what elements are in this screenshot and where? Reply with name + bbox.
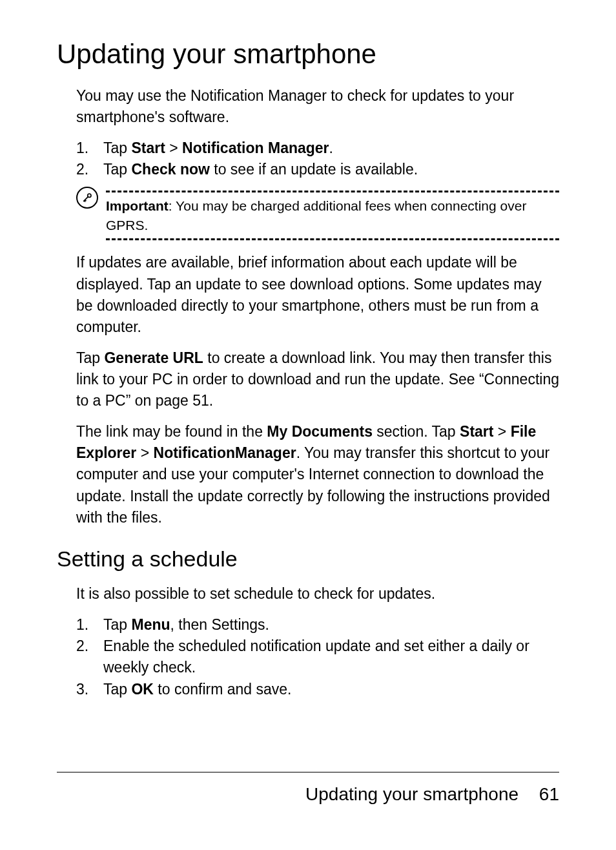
paragraph-5: It is also possible to set schedule to c…: [57, 583, 559, 605]
note-text: Important: You may be charged additional…: [106, 196, 559, 234]
steps-list-1: Tap Start > Notification Manager. Tap Ch…: [57, 138, 559, 181]
step-1-text-d: Notification Manager: [182, 140, 329, 156]
paragraph-2: If updates are available, brief informat…: [57, 252, 559, 338]
s2-3-a: Tap: [103, 681, 131, 698]
dashed-rule-top: [106, 191, 559, 192]
p4-g: >: [136, 444, 153, 461]
key-icon: [76, 187, 98, 209]
s2-3-c: to confirm and save.: [154, 681, 292, 698]
steps-list-2: Tap Menu, then Settings. Enable the sche…: [57, 614, 559, 700]
page-footer: Updating your smartphone 61: [57, 772, 559, 805]
step-2-text-c: to see if an update is available.: [210, 161, 418, 178]
note-label: Important: [106, 198, 169, 213]
important-note: Important: You may be charged additional…: [76, 191, 559, 240]
intro-paragraph: You may use the Notification Manager to …: [57, 85, 559, 129]
note-body: : You may be charged additional fees whe…: [106, 198, 526, 232]
s2-1-c: , then Settings.: [170, 616, 269, 633]
manual-page: Updating your smartphone You may use the…: [0, 0, 616, 850]
s2-3-b: OK: [131, 681, 154, 698]
step-1-text-a: Tap: [103, 140, 131, 156]
page-heading: Updating your smartphone: [57, 39, 559, 70]
p3-b: Generate URL: [104, 349, 203, 366]
s2-1-a: Tap: [103, 616, 131, 633]
step-1-text-e: .: [329, 140, 333, 156]
step2-1: Tap Menu, then Settings.: [76, 614, 559, 636]
p4-d: Start: [460, 423, 493, 440]
step-2-text-b: Check now: [131, 161, 209, 178]
subheading: Setting a schedule: [57, 546, 559, 572]
p4-c: section. Tap: [373, 423, 460, 440]
p3-a: Tap: [76, 349, 104, 366]
page-number: 61: [539, 784, 559, 805]
dashed-rule-bottom: [106, 238, 559, 240]
step-1-text-c: >: [165, 140, 182, 156]
footer-title: Updating your smartphone: [305, 784, 518, 804]
step2-2: Enable the scheduled notification update…: [76, 636, 559, 679]
paragraph-3: Tap Generate URL to create a download li…: [57, 347, 559, 412]
paragraph-4: The link may be found in the My Document…: [57, 421, 559, 529]
p4-h: NotificationManager: [154, 444, 296, 461]
p4-a: The link may be found in the: [76, 423, 267, 440]
p4-b: My Documents: [267, 423, 373, 440]
step-1-text-b: Start: [131, 140, 165, 156]
step-2-text-a: Tap: [103, 161, 131, 178]
step-1: Tap Start > Notification Manager.: [76, 138, 559, 159]
step2-3: Tap OK to confirm and save.: [76, 679, 559, 700]
step-2: Tap Check now to see if an update is ava…: [76, 159, 559, 180]
p4-e: >: [493, 423, 510, 440]
s2-1-b: Menu: [131, 616, 170, 633]
